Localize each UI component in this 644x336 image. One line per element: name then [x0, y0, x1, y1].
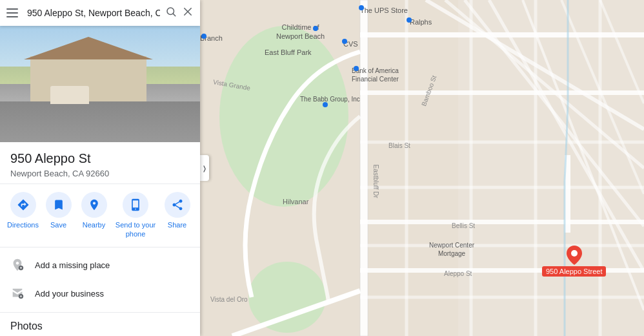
- collapse-icon: ❯: [203, 165, 206, 172]
- map-svg: [200, 0, 644, 336]
- bank-dot: [354, 66, 359, 71]
- share-label: Share: [168, 220, 186, 229]
- photos-section: Photos: [0, 313, 200, 336]
- save-button[interactable]: Save: [41, 192, 76, 239]
- blais-st-label: Blais St: [388, 142, 410, 149]
- directions-button[interactable]: Directions: [5, 192, 41, 239]
- left-panel: 950 Aleppo St Newport Beach, CA 92660 Di…: [0, 0, 200, 336]
- add-missing-place-item[interactable]: Add a missing place: [0, 251, 200, 280]
- add-missing-place-label: Add a missing place: [35, 260, 110, 270]
- save-label: Save: [50, 220, 66, 229]
- save-icon-bg: [46, 192, 72, 218]
- ralphs-dot: [407, 17, 412, 23]
- place-name: 950 Aleppo St: [10, 151, 190, 166]
- search-bar: [0, 0, 200, 26]
- nearby-icon-bg: [81, 192, 107, 218]
- add-business-icon: [10, 286, 26, 302]
- babb-dot: [323, 102, 328, 107]
- send-to-phone-icon-bg: [123, 192, 148, 218]
- menu-button[interactable]: [6, 5, 22, 21]
- directions-icon-bg: [10, 192, 36, 218]
- place-address: Newport Beach, CA 92660: [10, 169, 190, 178]
- svg-point-33: [571, 250, 578, 257]
- add-business-item[interactable]: Add your business: [0, 280, 200, 308]
- close-icon[interactable]: [182, 6, 194, 21]
- ups-store-dot: [359, 5, 364, 10]
- search-icon[interactable]: [165, 6, 177, 21]
- directions-label: Directions: [7, 220, 39, 229]
- pin-label: 950 Aleppo Street: [542, 266, 606, 277]
- place-photo: [0, 26, 200, 142]
- eastbluff-dr-label: Eastbluff Dr: [372, 164, 379, 198]
- photos-section-label: Photos: [10, 320, 190, 332]
- bellis-st-label: Bellis St: [452, 222, 475, 229]
- send-to-phone-label: Send to your phone: [112, 220, 159, 239]
- nearby-button[interactable]: Nearby: [76, 192, 112, 239]
- list-items: Add a missing place Add your business: [0, 247, 200, 313]
- branch-dot: [201, 34, 206, 39]
- share-icon-bg: [165, 192, 190, 218]
- send-to-phone-button[interactable]: Send to your phone: [112, 192, 159, 239]
- vista-del-oro-label: Vista del Oro: [210, 296, 248, 303]
- add-business-label: Add your business: [35, 289, 104, 299]
- action-buttons: Directions Save Nearby: [0, 184, 200, 247]
- svg-point-8: [248, 262, 326, 333]
- svg-rect-10: [360, 0, 368, 336]
- childtime-dot: [313, 26, 318, 31]
- location-pin[interactable]: 950 Aleppo Street: [542, 246, 606, 277]
- svg-line-1: [173, 14, 175, 16]
- share-button[interactable]: Share: [159, 192, 195, 239]
- svg-rect-9: [458, 0, 644, 336]
- cvs-dot: [342, 39, 347, 44]
- aleppo-st-label: Aleppo St: [444, 270, 472, 277]
- menu-icon: [6, 5, 22, 21]
- nearby-label: Nearby: [83, 220, 105, 229]
- collapse-map-button[interactable]: ❯: [200, 155, 209, 181]
- map-area[interactable]: ❯ The UPS Store Ralphs Childtime ofNewpo…: [200, 0, 644, 336]
- add-place-icon: [10, 258, 26, 273]
- place-info: 950 Aleppo St Newport Beach, CA 92660: [0, 142, 200, 184]
- search-input[interactable]: [27, 8, 160, 18]
